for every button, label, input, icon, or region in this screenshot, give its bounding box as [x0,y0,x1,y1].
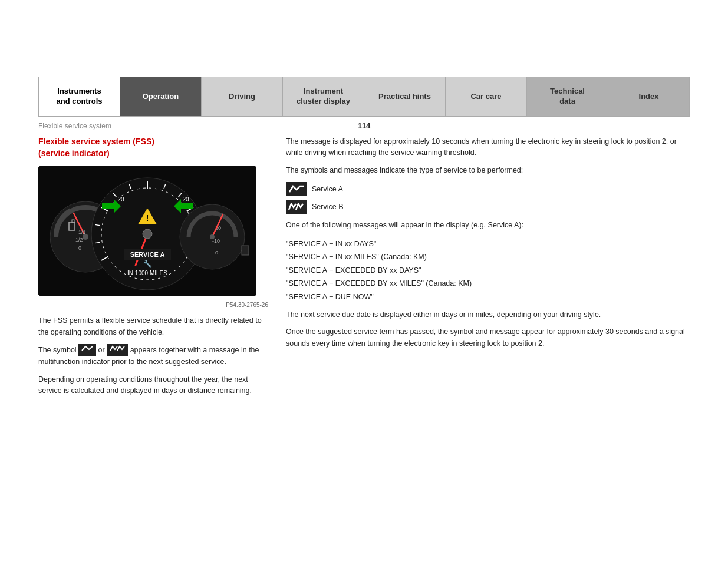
image-caption: P54.30-2765-26 [38,302,268,308]
section-title: Flexible service system (FSS)(service in… [38,136,268,159]
left-column: Flexible service system (FSS)(service in… [38,136,268,402]
svg-text:SERVICE A: SERVICE A [130,251,165,258]
service-a-row: Service A [286,182,690,196]
right-para5: Once the suggested service term has pass… [286,326,690,349]
right-para3: One of the following messages will appea… [286,220,690,231]
nav-practical-hints[interactable]: Practical hints [364,77,446,116]
svg-text:1/2: 1/2 [75,237,83,243]
svg-text:🔧: 🔧 [143,259,152,268]
right-intro: The message is displayed for approximate… [286,136,690,159]
svg-text:20: 20 [182,196,189,203]
svg-text:!: ! [146,213,149,223]
service-a-label: Service A [312,185,343,193]
right-para2: The symbols and messages indicate the ty… [286,165,690,176]
svg-text:-10: -10 [212,238,220,244]
message-1: "SERVICE A − IN xx DAYS" [286,237,690,251]
dashboard-image: 1/1 1/2 0 [38,166,256,296]
service-b-icon [286,200,307,214]
left-para-2: The symbol or appears together with a me… [38,344,268,368]
svg-point-33 [143,229,152,239]
nav-operation[interactable]: Operation [120,77,202,116]
page-meta: Flexible service system 114 [38,121,690,130]
message-5: "SERVICE A − DUE NOW" [286,290,690,304]
svg-text:1/1: 1/1 [78,229,86,235]
nav-instrument-cluster[interactable]: Instrument cluster display [283,77,364,116]
svg-rect-44 [242,246,249,255]
nav-car-care[interactable]: Car care [446,77,527,116]
page-number: 114 [358,121,371,130]
nav-instruments[interactable]: Instruments and controls [39,77,120,116]
message-4: "SERVICE A − EXCEEDED BY xx MILES" (Cana… [286,277,690,290]
service-a-icon [286,182,307,196]
left-para-3: Depending on operating conditions throug… [38,374,268,397]
message-2: "SERVICE A − IN xx MILES" (Canada: KM) [286,250,690,264]
nav-driving[interactable]: Driving [202,77,283,116]
left-para-1: The FSS permits a flexible service sched… [38,315,268,338]
message-3: "SERVICE A − EXCEEDED BY xx DAYS" [286,264,690,277]
right-column: The message is displayed for approximate… [286,136,690,402]
service-b-row: Service B [286,200,690,214]
breadcrumb: Flexible service system [38,122,111,130]
svg-text:0: 0 [215,250,218,256]
content-area: Flexible service system (FSS)(service in… [38,136,690,402]
svg-text:0: 0 [78,245,81,251]
service-b-label: Service B [312,203,344,211]
svg-text:20: 20 [117,196,124,203]
svg-point-43 [210,234,215,239]
nav-index[interactable]: Index [608,77,689,116]
right-para4: The next service due date is displayed e… [286,309,690,320]
svg-text:IN 1000 MILES: IN 1000 MILES [127,270,167,276]
nav-technical-data[interactable]: Technical data [527,77,608,116]
navigation-bar: Instruments and controls Operation Drivi… [38,77,690,117]
messages-block: "SERVICE A − IN xx DAYS" "SERVICE A − IN… [286,237,690,304]
